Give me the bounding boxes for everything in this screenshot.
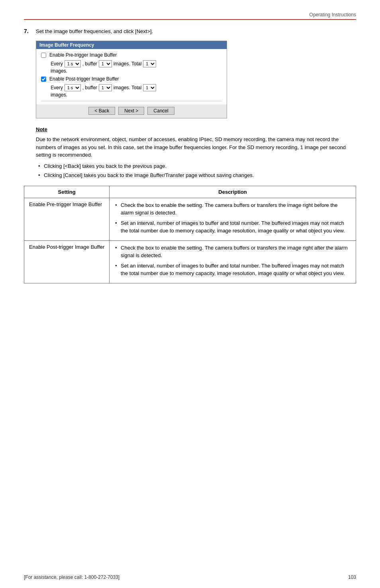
note-bullets: Clicking [<Back] takes you back to the p…: [36, 162, 356, 179]
list-item: Set an interval, number of images to buf…: [114, 219, 351, 235]
image-buffer-frequency-box: Image Buffer Frequency Enable Pre-trigge…: [36, 41, 227, 118]
note-bullet-2: Clicking [Cancel] takes you back to the …: [36, 171, 356, 179]
col-description: Description: [110, 186, 356, 198]
post-trigger-settings: Every 1 s , buffer 1 images. Total 1 ima…: [41, 84, 222, 98]
step7-section: 7. Set the image buffer frequencies, and…: [24, 28, 356, 34]
pre-images-label: images. Total: [114, 61, 141, 67]
description-table: Setting Description Enable Pre-trigger I…: [24, 186, 356, 283]
post-images-label: images. Total: [114, 85, 141, 90]
description-cell: Check the box to enable the setting. The…: [110, 198, 356, 240]
description-cell: Check the box to enable the setting. The…: [110, 240, 356, 283]
note-bullet-1: Clicking [<Back] takes you back to the p…: [36, 162, 356, 170]
ibf-buttons-row: < Back Next > Cancel: [36, 104, 227, 118]
post-buffer-label: , buffer: [82, 85, 97, 90]
note-section: Note Due to the network environment, obj…: [36, 126, 356, 179]
pre-images-text: images.: [51, 68, 222, 74]
setting-cell: Enable Pre-trigger Image Buffer: [24, 198, 110, 240]
post-every-label: Every: [51, 85, 63, 90]
pre-interval-select[interactable]: 1 s: [65, 60, 81, 67]
table-header-row: Setting Description: [24, 186, 356, 198]
footer-assistance: [For assistance, please call: 1-800-272-…: [24, 574, 119, 580]
ibf-divider: [41, 101, 222, 101]
post-trigger-params: Every 1 s , buffer 1 images. Total 1: [51, 84, 222, 91]
pre-total-select[interactable]: 1: [143, 60, 156, 67]
page-footer: [For assistance, please call: 1-800-272-…: [0, 574, 380, 580]
pre-trigger-row: Enable Pre-trigger Image Buffer: [41, 52, 222, 58]
list-item: Check the box to enable the setting. The…: [114, 244, 351, 260]
pre-buffer-label: , buffer: [82, 61, 97, 67]
footer-page-number: 103: [348, 574, 356, 580]
ibf-title: Image Buffer Frequency: [36, 41, 227, 49]
post-trigger-label: Enable Post-trigger Image Buffer: [49, 76, 119, 82]
table-row: Enable Pre-trigger Image BufferCheck the…: [24, 198, 356, 240]
post-trigger-checkbox[interactable]: [41, 77, 46, 82]
list-item: Check the box to enable the setting. The…: [114, 201, 351, 217]
post-total-select[interactable]: 1: [143, 84, 156, 91]
note-body: Due to the network environment, object, …: [36, 136, 356, 159]
next-button[interactable]: Next >: [118, 107, 144, 115]
post-trigger-row: Enable Post-trigger Image Buffer: [41, 76, 222, 82]
pre-buffer-select[interactable]: 1: [99, 60, 112, 67]
note-heading: Note: [36, 126, 356, 132]
post-buffer-select[interactable]: 1: [99, 84, 112, 91]
setting-cell: Enable Post-trigger Image Buffer: [24, 240, 110, 283]
cancel-button[interactable]: Cancel: [147, 107, 174, 115]
step-text: Set the image buffer frequencies, and cl…: [36, 28, 153, 34]
post-interval-select[interactable]: 1 s: [65, 84, 81, 91]
step-number: 7.: [24, 28, 36, 34]
pre-every-label: Every: [51, 61, 63, 67]
pre-trigger-params: Every 1 s , buffer 1 images. Total 1: [51, 60, 222, 67]
ibf-body: Enable Pre-trigger Image Buffer Every 1 …: [36, 49, 227, 104]
post-images-text: images.: [51, 92, 222, 98]
pre-trigger-settings: Every 1 s , buffer 1 images. Total 1 ima…: [41, 60, 222, 74]
pre-trigger-checkbox[interactable]: [41, 53, 46, 58]
header-title: Operating Instructions: [309, 12, 356, 18]
list-item: Set an interval, number of images to buf…: [114, 262, 351, 277]
back-button[interactable]: < Back: [88, 107, 115, 115]
col-setting: Setting: [24, 186, 110, 198]
table-row: Enable Post-trigger Image BufferCheck th…: [24, 240, 356, 283]
header: Operating Instructions: [24, 12, 356, 20]
pre-trigger-label: Enable Pre-trigger Image Buffer: [49, 52, 117, 58]
